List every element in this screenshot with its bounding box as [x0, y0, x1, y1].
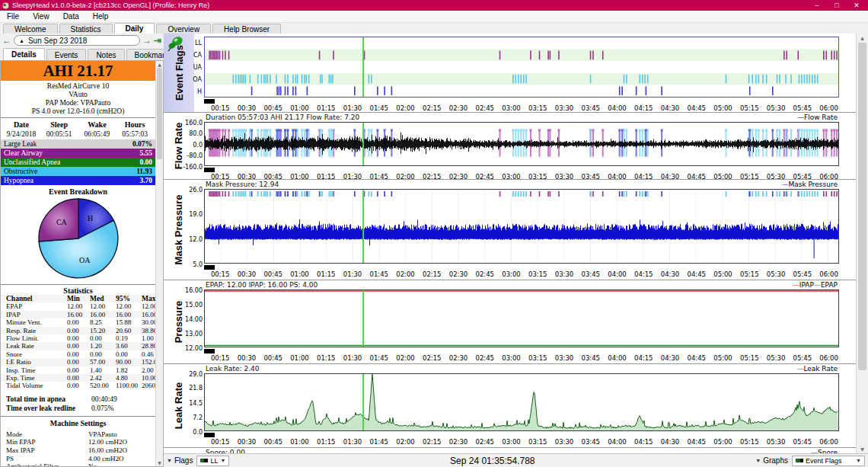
stat-cell: 0.00 — [67, 382, 90, 389]
stat-cell: 20.60 — [116, 327, 142, 334]
tab-welcome[interactable]: Welcome — [3, 24, 58, 34]
snore-graph-partial[interactable]: Snore: 0.00—Snore — [164, 448, 856, 453]
stat-cell: 57.00 — [90, 358, 116, 366]
plot-area-flow-rate[interactable] — [204, 122, 839, 166]
graphs-dropdown[interactable]: Event Flags ▼ — [792, 456, 865, 466]
x-tick-label: 03:15 — [528, 438, 547, 446]
maximize-button[interactable]: □ — [827, 2, 847, 9]
stat-cell: 0.00 — [116, 350, 142, 358]
scroll-down-icon[interactable]: ▼ — [156, 460, 163, 465]
scrollbar-thumb[interactable] — [157, 68, 162, 159]
y-tick-label: 29.0 — [189, 371, 203, 378]
prev-day-button[interactable]: ← — [2, 36, 11, 45]
x-tick-label: 03:30 — [555, 104, 574, 112]
stat-cell: 15.88 — [116, 318, 142, 326]
graph-panel-event-flags[interactable]: Event FlagsLLCAUAOAH00:1500:3000:4501:00… — [164, 34, 856, 113]
sidebar-tab-details[interactable]: Details — [3, 48, 45, 60]
tab-statistics[interactable]: Statistics — [59, 24, 113, 34]
menu-bar: FileViewDataHelp — [0, 11, 868, 23]
x-axis-ruler — [204, 168, 215, 173]
x-axis-labels: 00:1500:3000:4501:0001:1501:3001:4502:00… — [204, 354, 839, 362]
menu-item-file[interactable]: File — [0, 12, 26, 21]
stat-cell: Snore — [6, 350, 67, 358]
x-tick-label: 03:30 — [555, 438, 574, 446]
x-tick-label: 02:00 — [396, 438, 415, 446]
stat-cell: 0.00 — [67, 358, 90, 366]
graphs-label: Graphs — [763, 456, 788, 465]
tab-daily[interactable]: Daily — [114, 23, 155, 34]
graphs-collapse-icon[interactable]: ▼ — [755, 458, 761, 463]
sidebar-tab-notes[interactable]: Notes — [88, 49, 124, 60]
graph-color-swatch — [796, 459, 803, 462]
x-tick-label: 05:00 — [713, 438, 732, 446]
x-tick-label: 04:15 — [634, 354, 653, 362]
x-tick-label: 02:45 — [475, 354, 494, 362]
session-times-table: DateSleepWakeHours9/24/201800:05:5106:05… — [1, 120, 155, 139]
x-tick-label: 05:00 — [713, 354, 732, 362]
close-button[interactable]: ✕ — [847, 2, 866, 9]
sidebar-tab-events[interactable]: Events — [46, 49, 87, 60]
x-tick-label: 05:30 — [767, 104, 786, 112]
totals-rows: Total time in apnea00:40:49Time over lea… — [1, 395, 155, 413]
date-picker[interactable]: ▲ Sun Sep 23 2018 — [14, 35, 140, 46]
x-tick-label: 04:00 — [608, 354, 627, 362]
stat-cell: 2.42 — [90, 374, 116, 382]
event-row-label: Clear Airway — [4, 149, 43, 158]
menu-item-view[interactable]: View — [26, 12, 56, 21]
plot-area-event-flags[interactable] — [204, 37, 839, 98]
latest-day-button[interactable]: ⇥ — [154, 36, 161, 45]
x-tick-label: 04:00 — [608, 270, 627, 278]
calendar-collapse-icon[interactable]: ▲ — [19, 38, 24, 43]
graphs-scrollbar[interactable]: ▲ ▼ — [856, 34, 868, 453]
stat-cell: 0.00 — [90, 350, 116, 358]
x-tick-label: 03:00 — [502, 104, 521, 112]
event-row-label-h: H — [197, 88, 202, 95]
minimize-button[interactable]: – — [807, 2, 827, 9]
graph-panel-leak-rate[interactable]: Leak RateLeak Rate: 2.40—Leak Rate29.021… — [164, 364, 856, 448]
stat-cell: 16.00 — [142, 311, 155, 318]
menu-item-help[interactable]: Help — [86, 12, 116, 21]
stat-cell: 0.00 — [90, 334, 116, 342]
total-label: Time over leak redline — [6, 404, 91, 413]
total-row: Total time in apnea00:40:49 — [1, 395, 155, 404]
scroll-down-icon[interactable]: ▼ — [857, 446, 868, 452]
y-axis-labels: 26.019.012.05.0 — [187, 180, 204, 280]
event-summary-rows: Large Leak0.07%Clear Airway5.55Unclassif… — [1, 139, 155, 185]
x-tick-label: 06:00 — [819, 270, 838, 278]
graph-panel-flow-rate[interactable]: Flow RateDuration 05:57:03 AHI 21.17 Flo… — [164, 113, 856, 180]
flags-dropdown[interactable]: LL ▼ — [196, 456, 229, 466]
graph-panel-mask-pressure[interactable]: Mask PressureMask Pressure: 12.94—Mask P… — [164, 180, 856, 280]
stat-cell: Leak Rate — [6, 342, 67, 350]
scrollbar-thumb[interactable] — [858, 43, 866, 370]
plot-area-pressure[interactable] — [204, 289, 839, 347]
x-axis-labels: 00:1500:3000:4501:0001:1501:3001:4502:00… — [204, 438, 839, 446]
menu-item-data[interactable]: Data — [56, 12, 86, 21]
stat-cell: 3.60 — [116, 342, 142, 350]
x-axis-ruler — [204, 433, 215, 438]
tab-overview[interactable]: Overview — [156, 24, 211, 34]
title-bar: SleepyHead v1.0.0-beta-2 [cb213cc OpenGL… — [0, 0, 868, 11]
x-tick-label: 05:15 — [740, 104, 759, 112]
x-tick-label: 03:30 — [555, 270, 574, 278]
x-tick-label: 05:15 — [740, 270, 759, 278]
plot-area-leak-rate[interactable] — [204, 373, 839, 431]
graph-title-leak-rate: Leak Rate — [174, 382, 185, 429]
plot-area-mask-pressure[interactable] — [204, 189, 839, 264]
event-row: Obstructive11.93 — [1, 167, 155, 176]
x-tick-label: 01:30 — [343, 438, 362, 446]
scroll-up-icon[interactable]: ▲ — [857, 35, 868, 40]
pushpin-icon[interactable] — [166, 35, 186, 52]
x-tick-label: 01:45 — [369, 438, 388, 446]
next-day-button[interactable]: → — [142, 36, 152, 45]
legend: —IPAP—EPAP — [793, 281, 838, 289]
flags-collapse-icon[interactable]: ▼ — [167, 458, 172, 463]
x-tick-label: 02:30 — [449, 438, 468, 446]
tab-help-browser[interactable]: Help Browser — [212, 24, 281, 34]
graph-panel-pressure[interactable]: PressureEPAP: 12.00 IPAP: 16.00 PS: 4.00… — [164, 280, 856, 364]
event-row: Large Leak0.07% — [1, 139, 155, 149]
y-tick-label: 19.0 — [189, 211, 203, 218]
pie-slice-label: CA — [56, 218, 67, 226]
y-tick-label: 14.5 — [189, 400, 203, 407]
session-col-header: Hours — [116, 120, 154, 130]
y-tick-label: 15.00 — [185, 302, 203, 309]
